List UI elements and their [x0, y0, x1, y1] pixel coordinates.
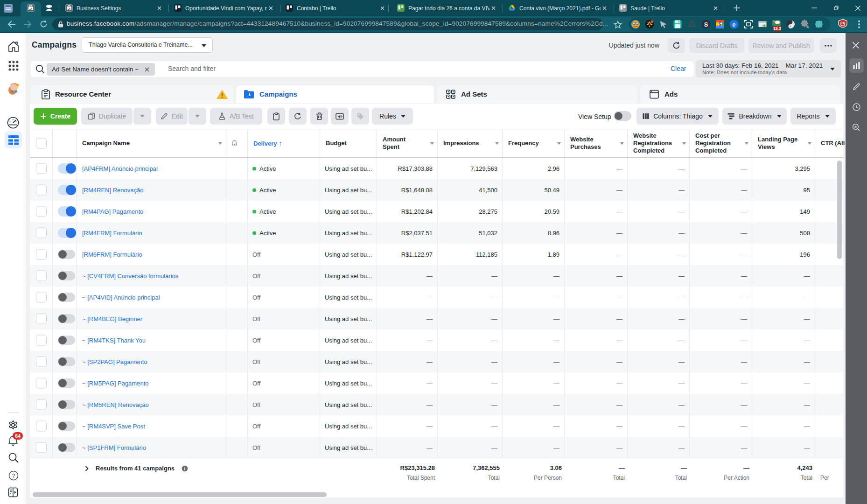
svg-text:S: S [704, 21, 708, 28]
svg-text:?: ? [12, 473, 15, 479]
svg-text:15.3: 15.3 [773, 26, 781, 31]
svg-text:S: S [718, 21, 721, 27]
svg-text:e: e [733, 21, 736, 28]
svg-text:s: s [806, 24, 809, 29]
